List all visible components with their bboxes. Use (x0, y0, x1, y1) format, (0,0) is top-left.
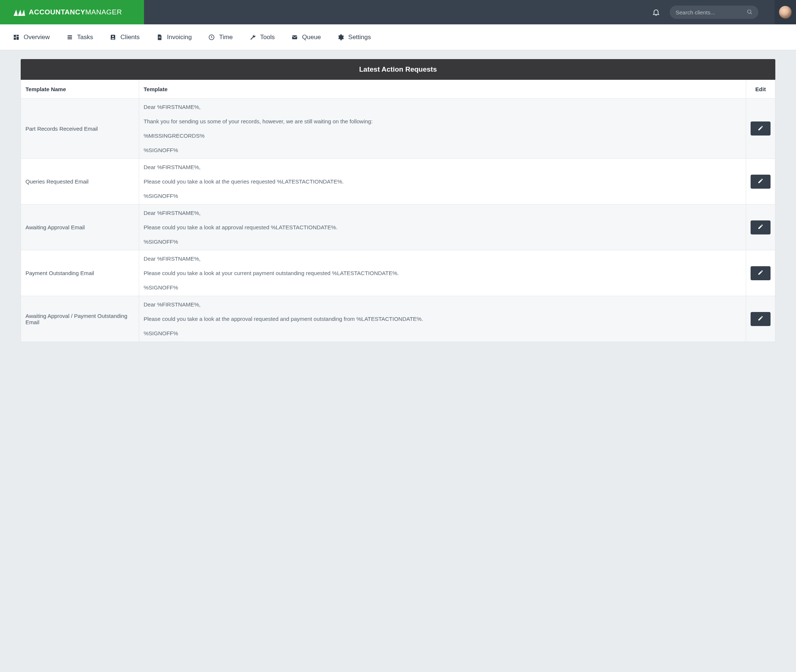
nav-label: Tools (260, 34, 275, 41)
edit-button[interactable] (751, 174, 770, 189)
brand-name-light: MANAGER (85, 8, 122, 16)
template-body-line: %SIGNOFF% (144, 330, 742, 336)
template-name-cell: Part Records Received Email (21, 99, 139, 159)
table-row: Awaiting Approval / Payment Outstanding … (21, 296, 775, 342)
svg-rect-8 (67, 38, 72, 39)
template-body-line: Thank you for sending us some of your re… (144, 118, 742, 125)
template-body-line: Dear %FIRSTNAME%, (144, 104, 742, 110)
svg-rect-6 (67, 35, 72, 36)
list-icon (66, 34, 74, 41)
nav-label: Time (219, 34, 233, 41)
template-body-line: %SIGNOFF% (144, 284, 742, 291)
edit-cell (746, 159, 775, 205)
template-name-cell: Awaiting Approval / Payment Outstanding … (21, 296, 139, 342)
content-area: Latest Action Requests Template Name Tem… (0, 50, 796, 342)
template-body-line: Dear %FIRSTNAME%, (144, 301, 742, 307)
brand-mark-icon (13, 8, 25, 17)
template-name-cell: Awaiting Approval Email (21, 205, 139, 250)
search-icon (746, 9, 753, 16)
gear-icon (337, 34, 344, 41)
user-icon (109, 34, 117, 41)
nav-label: Overview (24, 34, 50, 41)
edit-button[interactable] (751, 221, 770, 234)
template-body-cell: Dear %FIRSTNAME%,Please could you take a… (139, 159, 746, 205)
template-body-line: Please could you take a look at your cur… (144, 270, 742, 276)
template-body-line: %SIGNOFF% (144, 238, 742, 245)
template-body-cell: Dear %FIRSTNAME%,Thank you for sending u… (139, 99, 746, 159)
brand-name: ACCOUNTANCYMANAGER (29, 8, 122, 16)
brand-name-bold: ACCOUNTANCY (29, 8, 85, 16)
nav-queue[interactable]: Queue (291, 34, 321, 41)
nav-label: Settings (348, 34, 371, 41)
table-row: Payment Outstanding EmailDear %FIRSTNAME… (21, 250, 775, 296)
nav-invoicing[interactable]: Invoicing (156, 34, 192, 41)
table-row: Part Records Received EmailDear %FIRSTNA… (21, 99, 775, 159)
template-body-line: Dear %FIRSTNAME%, (144, 210, 742, 216)
avatar (779, 6, 791, 18)
pencil-icon (758, 315, 764, 322)
pencil-icon (758, 270, 764, 277)
nav-time[interactable]: Time (208, 34, 233, 41)
svg-point-0 (748, 10, 751, 13)
nav-overview[interactable]: Overview (13, 34, 50, 41)
edit-cell (746, 205, 775, 250)
template-body-cell: Dear %FIRSTNAME%,Please could you take a… (139, 205, 746, 250)
svg-rect-7 (67, 37, 72, 37)
nav-clients[interactable]: Clients (109, 34, 139, 41)
templates-table: Template Name Template Edit Part Records… (21, 80, 775, 342)
col-header-edit: Edit (746, 80, 775, 99)
pencil-icon (758, 178, 764, 185)
pencil-icon (758, 224, 764, 231)
pencil-icon (758, 125, 764, 132)
topbar-right (651, 0, 796, 24)
dashboard-icon (13, 34, 20, 41)
nav-settings[interactable]: Settings (337, 34, 371, 41)
nav-label: Tasks (77, 34, 93, 41)
template-body-line: %SIGNOFF% (144, 193, 742, 199)
svg-rect-3 (17, 35, 19, 36)
edit-cell (746, 296, 775, 342)
svg-rect-2 (14, 35, 16, 37)
template-body-line: Please could you take a look at the quer… (144, 178, 742, 185)
template-body-line: Dear %FIRSTNAME%, (144, 256, 742, 262)
svg-rect-12 (159, 37, 161, 38)
svg-line-1 (751, 13, 752, 14)
edit-button[interactable] (751, 122, 770, 136)
template-body-line: %MISSINGRECORDS% (144, 133, 742, 139)
table-row: Awaiting Approval EmailDear %FIRSTNAME%,… (21, 205, 775, 250)
clock-icon (208, 34, 215, 41)
avatar-menu[interactable] (775, 0, 796, 24)
search-input[interactable] (676, 9, 746, 16)
nav-label: Queue (302, 34, 321, 41)
svg-point-10 (112, 35, 114, 37)
col-header-template: Template (139, 80, 746, 99)
svg-rect-5 (14, 37, 16, 40)
template-body-cell: Dear %FIRSTNAME%,Please could you take a… (139, 296, 746, 342)
col-header-name: Template Name (21, 80, 139, 99)
search-box[interactable] (670, 6, 758, 19)
edit-cell (746, 99, 775, 159)
topbar-spacer (144, 0, 651, 24)
nav-label: Invoicing (167, 34, 192, 41)
nav-tasks[interactable]: Tasks (66, 34, 93, 41)
nav-tools[interactable]: Tools (249, 34, 275, 41)
template-name-cell: Queries Requested Email (21, 159, 139, 205)
svg-rect-11 (159, 37, 161, 37)
panel-title: Latest Action Requests (21, 59, 775, 80)
edit-button[interactable] (751, 312, 770, 326)
edit-cell (746, 250, 775, 296)
main-nav: Overview Tasks Clients Invoicing Time To… (0, 24, 796, 50)
notifications-bell-icon[interactable] (651, 6, 662, 18)
table-row: Queries Requested EmailDear %FIRSTNAME%,… (21, 159, 775, 205)
edit-button[interactable] (751, 266, 770, 280)
svg-rect-4 (17, 37, 19, 40)
brand-logo[interactable]: ACCOUNTANCYMANAGER (13, 8, 122, 17)
template-name-cell: Payment Outstanding Email (21, 250, 139, 296)
brand-area: ACCOUNTANCYMANAGER (0, 0, 144, 24)
mail-icon (291, 34, 298, 41)
document-icon (156, 34, 163, 41)
template-body-cell: Dear %FIRSTNAME%,Please could you take a… (139, 250, 746, 296)
template-body-line: %SIGNOFF% (144, 147, 742, 153)
template-body-line: Please could you take a look at approval… (144, 224, 742, 230)
wrench-icon (249, 34, 257, 41)
